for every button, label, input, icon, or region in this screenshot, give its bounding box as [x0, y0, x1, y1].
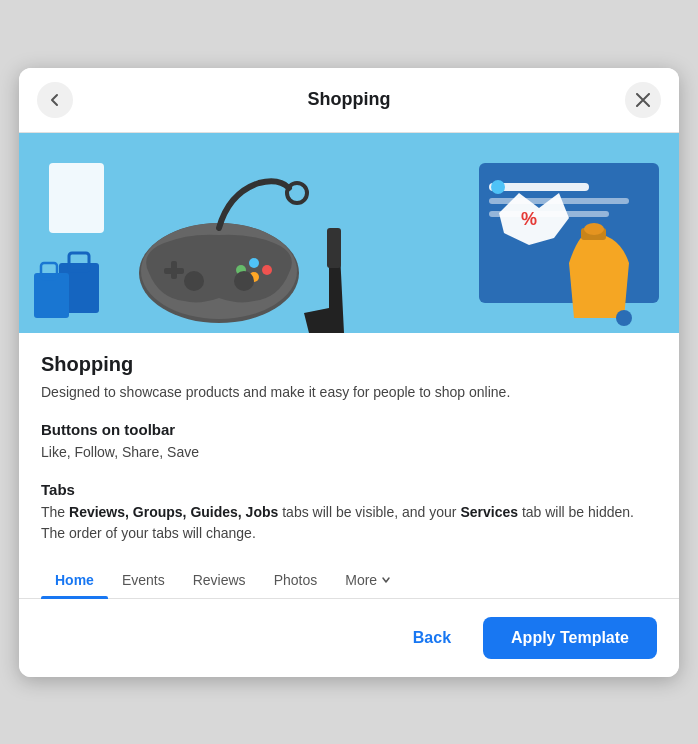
- svg-point-19: [184, 271, 204, 291]
- tab-events[interactable]: Events: [108, 562, 179, 598]
- buttons-section-content: Like, Follow, Share, Save: [41, 442, 657, 463]
- tab-more[interactable]: More: [331, 562, 405, 598]
- svg-point-16: [262, 265, 272, 275]
- highlighted-tabs: Reviews, Groups, Guides, Jobs: [69, 504, 278, 520]
- modal-title: Shopping: [308, 89, 391, 110]
- close-icon: [636, 93, 650, 107]
- svg-point-32: [616, 310, 632, 326]
- svg-point-5: [491, 180, 505, 194]
- tabs-bar: Home Events Reviews Photos More: [19, 562, 679, 599]
- apply-template-button[interactable]: Apply Template: [483, 617, 657, 659]
- modal-container: Shopping: [19, 68, 679, 677]
- template-description: Designed to showcase products and make i…: [41, 382, 657, 403]
- highlighted-service: Services: [460, 504, 518, 520]
- tab-photos[interactable]: Photos: [260, 562, 332, 598]
- hero-illustration: %: [19, 133, 679, 333]
- svg-point-20: [234, 271, 254, 291]
- modal-header: Shopping: [19, 68, 679, 133]
- svg-rect-6: [49, 163, 104, 233]
- back-icon-button[interactable]: [37, 82, 73, 118]
- template-name: Shopping: [41, 353, 657, 376]
- chevron-down-icon: [381, 575, 391, 585]
- modal-footer: Back Apply Template: [19, 599, 679, 677]
- hero-image: %: [19, 133, 679, 333]
- svg-rect-27: [327, 228, 341, 268]
- svg-text:%: %: [521, 209, 537, 229]
- tab-home[interactable]: Home: [41, 562, 108, 598]
- modal-body: Shopping Designed to showcase products a…: [19, 333, 679, 599]
- svg-point-15: [249, 258, 259, 268]
- tab-reviews[interactable]: Reviews: [179, 562, 260, 598]
- tabs-section-content: The Reviews, Groups, Guides, Jobs tabs w…: [41, 502, 657, 544]
- svg-point-31: [584, 223, 604, 235]
- back-button[interactable]: Back: [397, 619, 467, 657]
- buttons-section-title: Buttons on toolbar: [41, 421, 657, 438]
- back-arrow-icon: [47, 92, 63, 108]
- svg-rect-14: [164, 268, 184, 274]
- close-button[interactable]: [625, 82, 661, 118]
- tabs-section-title: Tabs: [41, 481, 657, 498]
- more-label: More: [345, 572, 377, 588]
